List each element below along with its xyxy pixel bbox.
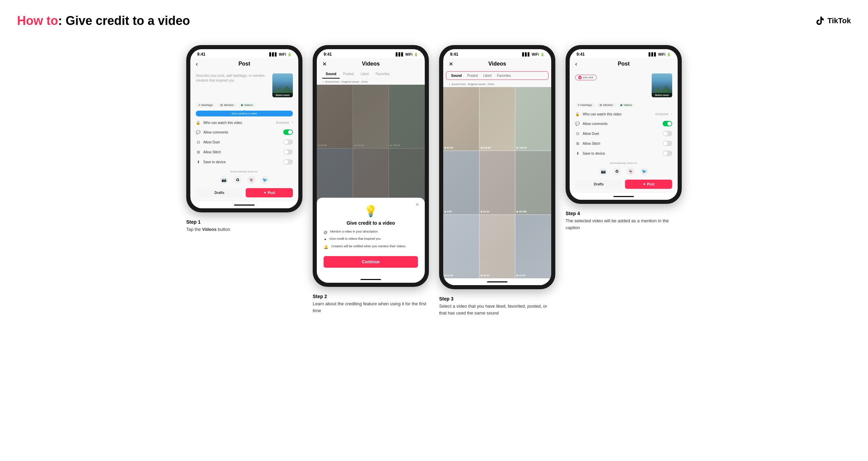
tiktok-share-icon-4[interactable]: ♻ bbox=[613, 167, 621, 176]
who-can-watch-1[interactable]: 🔒 Who can watch this video Everyone › bbox=[190, 118, 298, 127]
tag-hashtags-1[interactable]: # Hashtags bbox=[196, 103, 215, 107]
count-3-6: ▶ 88.38K bbox=[517, 210, 527, 213]
video-cell-3-5[interactable]: ▶ 23.2K bbox=[479, 151, 515, 214]
bottom-buttons-1: Drafts ✦ Post bbox=[190, 185, 298, 201]
step-2-wrapper: 9:41 ▋▋▋ WiFi 🔋 ✕ Videos Sound Posted Li… bbox=[313, 45, 429, 314]
count-3-8: ▶ 33.1K bbox=[481, 274, 490, 277]
modal-item-2: ✦ Give credit to videos that inspired yo… bbox=[324, 237, 418, 242]
instagram-icon-1[interactable]: 📷 bbox=[220, 176, 228, 184]
snapchat-icon-4[interactable]: 👻 bbox=[626, 167, 635, 176]
status-bar-2: 9:41 ▋▋▋ WiFi 🔋 bbox=[317, 49, 425, 58]
video-cell-3-3[interactable]: ▶ 783.8K bbox=[515, 87, 551, 151]
back-button-1[interactable]: ‹ bbox=[196, 60, 198, 68]
video-cell-3-4[interactable]: ▶ 3.8K bbox=[443, 151, 479, 214]
modal-box-2: ✕ 💡 Give credit to a video @ Mention a v… bbox=[317, 198, 425, 276]
tab-liked-2[interactable]: Liked bbox=[357, 70, 372, 79]
tab-posted-2[interactable]: Posted bbox=[340, 70, 357, 79]
tag-mention-4[interactable]: @ Mention bbox=[597, 103, 616, 107]
allow-stitch-4: ⊞ Allow Stitch bbox=[570, 138, 678, 148]
stitch-toggle-4[interactable] bbox=[663, 141, 672, 146]
tiktok-share-icon-1[interactable]: ♻ bbox=[233, 176, 242, 184]
tab-sound-3[interactable]: Sound bbox=[449, 73, 464, 78]
drafts-button-1[interactable]: Drafts bbox=[196, 188, 243, 197]
save-toggle-4[interactable] bbox=[663, 151, 672, 156]
tab-posted-3[interactable]: Posted bbox=[465, 73, 480, 78]
battery-3: 🔋 bbox=[540, 53, 544, 56]
tiktok-icon bbox=[815, 16, 825, 26]
videos-tabs-2: Sound Posted Liked Favorites bbox=[317, 70, 425, 79]
video-cell-3-8[interactable]: ▶ 33.1K bbox=[479, 215, 515, 278]
select-cover-4[interactable]: Select cover bbox=[652, 93, 672, 97]
instagram-icon-4[interactable]: 📷 bbox=[599, 167, 607, 176]
post-thumbnail-1[interactable]: Select cover bbox=[272, 73, 293, 97]
modal-title-2: Give credit to a video bbox=[324, 220, 418, 226]
duet-toggle-4[interactable] bbox=[663, 131, 672, 136]
duet-icon-4: ⊡ bbox=[575, 131, 580, 136]
tag-mention-1[interactable]: @ Mention bbox=[217, 103, 236, 107]
sound-from-2: ♪ Sound from: Original sound - Chris bbox=[317, 79, 425, 85]
tab-favorites-3[interactable]: Favorites bbox=[495, 73, 513, 78]
stitch-toggle-1[interactable] bbox=[283, 149, 293, 155]
modal-continue-button[interactable]: Continue bbox=[324, 256, 418, 268]
back-button-4[interactable]: ‹ bbox=[575, 60, 577, 68]
at-icon-4: @ bbox=[599, 103, 602, 107]
allow-duet-1: ⊡ Allow Duet bbox=[190, 137, 298, 147]
modal-overlay-2: ✕ 💡 Give credit to a video @ Mention a v… bbox=[317, 85, 425, 276]
phone-3-inner: 9:41 ▋▋▋ WiFi 🔋 ✕ Videos Sound Posted Li… bbox=[443, 49, 551, 285]
phone-4-inner: 9:41 ▋▋▋ WiFi 🔋 ‹ Post ▶ bbox=[570, 49, 678, 200]
step-1-label: Step 1 bbox=[186, 219, 201, 225]
post-button-1[interactable]: ✦ Post bbox=[246, 188, 293, 197]
videos-close-3[interactable]: ✕ bbox=[449, 61, 453, 67]
time-1: 9:41 bbox=[197, 52, 205, 57]
duet-label-4: Allow Duet bbox=[583, 132, 660, 136]
video-cell-3-9[interactable]: ▶ 22.2K bbox=[515, 215, 551, 278]
select-cover-1[interactable]: Select cover bbox=[272, 93, 293, 97]
video-icon-tag-4: ▶ bbox=[621, 103, 623, 107]
chevron-1: › bbox=[292, 121, 293, 124]
videos-close-2[interactable]: ✕ bbox=[322, 61, 327, 67]
step-1-wrapper: 9:41 ▋▋▋ WiFi 🔋 ‹ Post Describe your pos… bbox=[186, 45, 302, 233]
twitter-icon-1[interactable]: 🐦 bbox=[261, 176, 269, 184]
home-indicator-3 bbox=[443, 278, 551, 285]
mention-tag-4[interactable]: ▶ john.doe bbox=[575, 75, 597, 80]
save-label-1: Save to device bbox=[203, 160, 281, 164]
video-icon-tag: ▶ bbox=[241, 103, 243, 107]
home-indicator-2 bbox=[317, 276, 425, 283]
video-cell-3-1[interactable]: ▶ 83.8K bbox=[443, 87, 479, 151]
duet-toggle-1[interactable] bbox=[283, 139, 293, 145]
post-header-1: ‹ Post bbox=[190, 58, 298, 70]
comments-toggle-4[interactable] bbox=[663, 121, 672, 126]
drafts-button-4[interactable]: Drafts bbox=[575, 180, 622, 189]
allow-duet-4: ⊡ Allow Duet bbox=[570, 128, 678, 138]
tag-hashtags-4[interactable]: # Hashtags bbox=[575, 103, 595, 107]
videos-header-2: ✕ Videos bbox=[317, 58, 425, 70]
tab-sound-2[interactable]: Sound bbox=[322, 70, 340, 79]
tab-favorites-2[interactable]: Favorites bbox=[372, 70, 393, 79]
save-label-4: Save to device bbox=[583, 152, 660, 155]
bell-icon: 🔔 bbox=[324, 245, 328, 249]
time-2: 9:41 bbox=[324, 52, 332, 57]
snapchat-icon-1[interactable]: 👻 bbox=[247, 176, 255, 184]
tag-videos-4[interactable]: ▶ Videos bbox=[618, 103, 635, 107]
comments-toggle-1[interactable] bbox=[283, 129, 293, 135]
save-toggle-1[interactable] bbox=[283, 159, 293, 165]
who-watch-label-1: Who can watch this video bbox=[203, 121, 273, 125]
video-cell-3-6[interactable]: ▶ 88.38K bbox=[515, 151, 551, 214]
who-watch-label-4: Who can watch this video bbox=[583, 112, 653, 116]
modal-close-2[interactable]: ✕ bbox=[415, 202, 419, 207]
sparkle-icon-1: ✦ bbox=[263, 191, 266, 195]
credit-icon: ✦ bbox=[324, 237, 327, 242]
video-cell-3-2[interactable]: ▶ 183.8K bbox=[479, 87, 515, 151]
video-cell-3-7[interactable]: ▶ 12.4K bbox=[443, 215, 479, 278]
tag-videos-1[interactable]: ▶ Videos bbox=[239, 103, 255, 107]
step-2-desc: Learn about the crediting feature when u… bbox=[313, 301, 429, 314]
home-bar-2 bbox=[361, 279, 381, 280]
who-can-watch-4[interactable]: 🔒 Who can watch this video Everyone › bbox=[570, 109, 678, 118]
battery-2: 🔋 bbox=[414, 53, 418, 56]
tab-liked-3[interactable]: Liked bbox=[481, 73, 493, 78]
post-thumbnail-4[interactable]: Select cover bbox=[652, 73, 672, 97]
post-button-4[interactable]: ✦ Post bbox=[625, 180, 672, 189]
modal-lightbulb-icon: 💡 bbox=[324, 205, 418, 218]
play-icon-mention: ▶ bbox=[578, 76, 582, 79]
twitter-icon-4[interactable]: 🐦 bbox=[640, 167, 648, 176]
